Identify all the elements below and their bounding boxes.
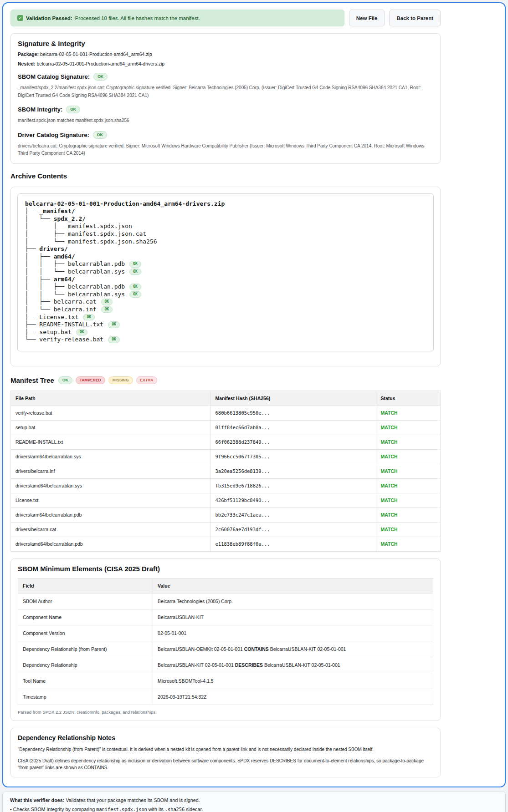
manifest-table: File Path Manifest Hash (SHA256) Status … [10,391,441,552]
sbom-value-cell: 02-05-01-001 [153,625,433,641]
file-path-cell: drivers/amd64/belcarrablan.sys [11,478,210,493]
hash-cell: 680b6613805c950e... [210,406,376,420]
tree-node: ├── _manifest/ [25,208,428,215]
tree-connector: │ └── [25,215,54,223]
tree-node: │ ├── arm64/ [25,276,428,284]
banner-title: Validation Passed: [26,15,72,21]
signature-item: SBOM Integrity: OK manifest.spdx.json ma… [18,106,433,125]
signature-item-label: SBOM Integrity: [18,106,62,113]
sbom-row: SBOM Author Belcarra Technologies (2005)… [18,593,433,609]
manifest-row: drivers/arm64/belcarrablan.sys 9f966cc50… [11,449,441,464]
ok-badge: OK [129,269,141,275]
legend-badge: TAMPERED [76,376,105,384]
tree-node-name: License.txt [39,314,78,321]
tree-node-name: belcarra.cat [54,298,97,306]
ok-badge: OK [93,131,107,139]
signature-heading: Signature & Integrity [18,40,433,47]
tree-node: │ │ ├── belcarrablan.pdb OK [25,260,428,268]
status-cell: MATCH [376,406,440,420]
package-line: Package: belcarra-02-05-01-001-Productio… [18,51,433,57]
manifest-row: drivers/arm64/belcarrablan.pdb bb2e733c2… [11,508,441,522]
signature-item-detail: _manifest/spdx_2.2/manifest.spdx.json.ca… [18,84,433,99]
sbom-value-cell: BelcarraUSBLAN-OEMKit 02-05-01-001 CONTA… [153,641,433,657]
file-tree: belcarra-02-05-01-001-Production-amd64_a… [17,193,434,351]
tree-node: │ └── belcarra.inf OK [25,306,428,314]
status-cell: MATCH [376,464,440,478]
nested-label: Nested: [18,61,36,66]
tree-node: belcarra-02-05-01-001-Production-amd64_a… [25,200,428,208]
status-cell: MATCH [376,493,440,508]
status-cell: MATCH [376,537,440,551]
ok-badge: OK [129,291,141,298]
tree-connector: │ └── [25,238,68,246]
dependency-note: CISA (2025 Draft) defines dependency rel… [18,757,433,771]
ok-badge: OK [93,73,108,81]
file-path-cell: verify-release.bat [11,406,210,420]
sbom-field-cell: Component Version [18,625,153,641]
nested-line: Nested: belcarra-02-05-01-001-Production… [18,61,433,66]
tree-node: ├── setup.bat OK [25,329,428,336]
sbom-field-cell: Dependency Relationship (from Parent) [18,641,153,657]
tree-node: │ │ ├── belcarrablan.pdb OK [25,283,428,291]
tree-node-name: belcarrablan.pdb [68,283,125,291]
tree-connector: │ ├── [25,253,54,261]
ok-badge: OK [66,106,80,113]
tree-node-name: verify-release.bat [39,336,103,344]
file-path-cell: README-INSTALL.txt [11,435,210,449]
back-to-parent-button[interactable]: Back to Parent [389,10,441,26]
file-path-cell: drivers/amd64/belcarrablan.pdb [11,537,210,551]
package-label: Package: [18,51,39,57]
tree-connector: │ │ ├── [25,260,68,268]
status-cell: MATCH [376,449,440,464]
ok-badge: OK [108,336,120,343]
tree-node-name: manifest.spdx.json.sha256 [68,238,157,246]
col-status: Status [376,391,440,406]
manifest-row: verify-release.bat 680b6613805c950e... M… [11,406,441,420]
hash-cell: 01ff84ec66d7ab8a... [210,420,376,435]
tree-node-name: spdx_2.2/ [54,215,86,223]
tree-node: │ └── spdx_2.2/ [25,215,428,223]
legend-badge: OK [58,376,72,384]
tree-node: │ ├── manifest.spdx.json [25,223,428,230]
tree-connector: ├── [25,208,39,215]
nested-value: belcarra-02-05-01-001-Production-amd64_a… [36,61,164,66]
tree-node-name: amd64/ [54,253,75,261]
tree-connector: ├── [25,321,39,329]
file-path-cell: setup.bat [11,420,210,435]
col-field: Field [18,578,153,593]
file-path-cell: drivers/arm64/belcarrablan.sys [11,449,210,464]
tree-node-name: belcarra.inf [54,306,97,314]
status-cell: MATCH [376,508,440,522]
tree-node-name: belcarra-02-05-01-001-Production-amd64_a… [25,200,225,208]
sbom-value-cell: BelcarraUSBLAN-KIT [153,609,433,625]
sbom-value-cell: Microsoft.SBOMTool-4.1.5 [153,673,433,689]
signature-integrity-panel: Signature & Integrity Package: belcarra-… [10,33,441,164]
hash-cell: fb315ed9e6718826... [210,478,376,493]
sbom-elements-panel: SBOM Minimum Elements (CISA 2025 Draft) … [10,558,441,721]
tree-connector: │ └── [25,306,54,314]
tree-node: ├── License.txt OK [25,314,428,321]
tree-node-name: belcarrablan.pdb [68,260,125,268]
footer: What this verifier does: Validates that … [2,791,506,812]
tree-connector: │ │ └── [25,268,68,276]
dependency-notes-panel: Dependency Relationship Notes “Dependenc… [10,728,441,777]
tree-node-name: manifest.spdx.json [68,223,132,230]
sbom-row: Component Version 02-05-01-001 [18,625,433,641]
tree-connector: │ ├── [25,230,68,238]
manifest-row: drivers/amd64/belcarrablan.sys fb315ed9e… [11,478,441,493]
dependency-notes-heading: Dependency Relationship Notes [18,734,433,741]
hash-cell: 66f062388d237849... [210,435,376,449]
col-manifest-hash: Manifest Hash (SHA256) [210,391,376,406]
tree-node-name: setup.bat [39,329,71,336]
signature-item-label: SBOM Catalog Signature: [18,73,90,80]
new-file-button[interactable]: New File [349,10,385,26]
ok-badge: OK [129,261,141,267]
hash-cell: 9f966cc5067f7305... [210,449,376,464]
ok-badge: OK [108,321,120,328]
status-cell: MATCH [376,522,440,537]
tree-node-name: _manifest/ [39,208,75,215]
signature-item: SBOM Catalog Signature: OK _manifest/spd… [18,73,433,99]
signature-item-detail: manifest.spdx.json matches manifest.spdx… [18,117,433,125]
sbom-row: Timestamp 2026-03-19T21:54:32Z [18,689,433,705]
tree-connector: │ │ └── [25,291,68,299]
